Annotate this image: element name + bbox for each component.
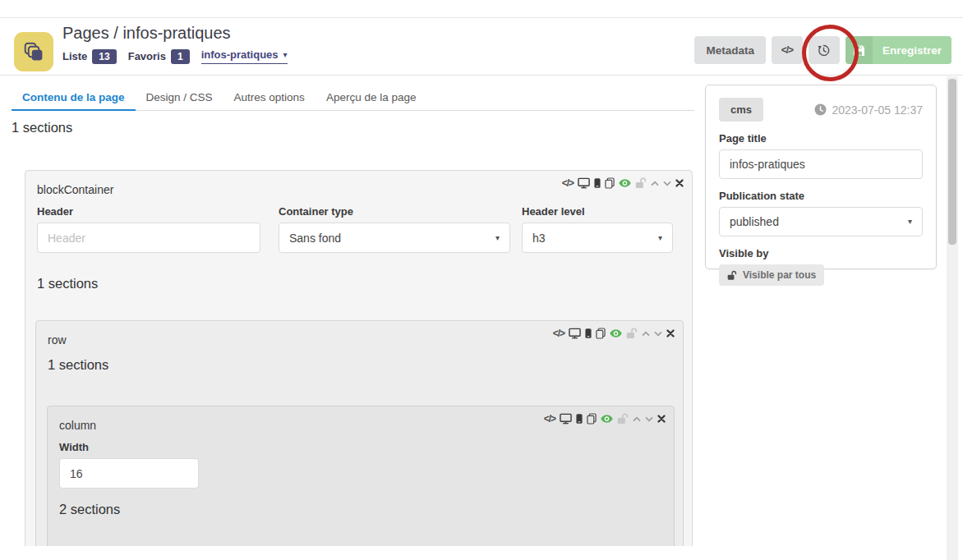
close-icon[interactable] (666, 329, 675, 337)
tab-design-css[interactable]: Design / CSS (136, 85, 223, 111)
breadcrumb: Liste 13 Favoris 1 infos-pratiques ▾ (62, 48, 288, 64)
tab-autres-options[interactable]: Autres options (223, 85, 316, 111)
container-type-dropdown[interactable]: Sans fond ▾ (279, 223, 510, 253)
chevron-up-icon[interactable] (642, 331, 650, 337)
favorites-count-badge[interactable]: 1 (171, 49, 190, 64)
copy-icon[interactable] (587, 413, 597, 425)
page-selector-dropdown[interactable]: infos-pratiques ▾ (201, 48, 288, 64)
desktop-icon[interactable] (560, 413, 572, 425)
header-level-field-group: Header level h3 ▾ (522, 205, 673, 253)
panel-column: column </> Width 2 sections (47, 406, 675, 546)
chevron-up-icon[interactable] (633, 416, 641, 422)
sections-count-heading: 1 sections (37, 276, 98, 291)
header-level-dropdown[interactable]: h3 ▾ (522, 223, 673, 253)
publication-state-label: Publication state (719, 190, 923, 202)
panel-title: blockContainer (37, 183, 113, 196)
save-button[interactable]: Enregistrer (846, 36, 951, 64)
cms-button[interactable]: cms (719, 98, 763, 122)
eye-icon[interactable] (601, 414, 613, 424)
page-title-input[interactable] (719, 149, 923, 179)
close-icon[interactable] (675, 179, 684, 187)
pages-stack-icon (23, 41, 45, 63)
unlock-icon[interactable] (626, 328, 638, 339)
panel-title: row (48, 333, 67, 347)
container-type-label: Container type (279, 205, 510, 218)
pages-app-icon (14, 32, 53, 71)
sections-count-heading: 1 sections (48, 357, 108, 373)
header-actions: Metadata </> Enregistrer (694, 36, 951, 64)
vertical-scrollbar[interactable] (947, 76, 958, 560)
copy-icon[interactable] (596, 328, 606, 339)
mobile-icon[interactable] (594, 177, 601, 189)
page-settings-card: cms 2023-07-05 12:37 Page title Publicat… (705, 85, 937, 269)
desktop-icon[interactable] (578, 177, 590, 189)
sections-count-heading: 1 sections (12, 120, 72, 135)
eye-icon[interactable] (610, 328, 622, 338)
code-view-button[interactable]: </> (772, 36, 803, 64)
tab-contenu-de-la-page[interactable]: Contenu de la page (12, 85, 136, 111)
panel-title: column (59, 419, 96, 432)
panel-block-container: blockContainer </> Header Container type… (25, 170, 693, 546)
close-icon[interactable] (657, 415, 666, 423)
header-field-label: Header (37, 205, 260, 218)
panel-toolbar: </> (544, 413, 666, 425)
copy-icon[interactable] (605, 177, 615, 189)
header-level-label: Header level (522, 205, 673, 218)
page-tabs: Contenu de la page Design / CSS Autres o… (12, 85, 694, 111)
publication-state-dropdown[interactable]: published ▾ (719, 207, 923, 236)
save-floppy-icon (853, 44, 865, 57)
list-label[interactable]: Liste (62, 50, 87, 62)
chevron-down-icon[interactable] (645, 416, 653, 422)
width-field-group: Width (59, 441, 199, 489)
chevron-down-icon: ▾ (908, 218, 912, 226)
code-icon[interactable]: </> (553, 328, 564, 339)
unlock-icon[interactable] (635, 177, 647, 189)
code-icon[interactable]: </> (562, 177, 574, 189)
save-button-label: Enregistrer (873, 36, 951, 64)
app-header: Pages / infos-pratiques Liste 13 Favoris… (0, 17, 963, 76)
history-icon (817, 44, 831, 57)
save-icon-area (846, 36, 873, 64)
sections-count-heading: 2 sections (59, 502, 120, 517)
visible-by-label: Visible by (719, 247, 923, 259)
tab-apercu-de-la-page[interactable]: Aperçu de la page (316, 85, 427, 111)
code-icon: </> (781, 44, 793, 56)
list-count-badge[interactable]: 13 (92, 49, 116, 64)
mobile-icon[interactable] (585, 328, 592, 339)
width-input[interactable] (59, 458, 199, 489)
card-top-row: cms 2023-07-05 12:37 (719, 98, 923, 122)
favorites-label[interactable]: Favoris (128, 50, 166, 62)
chevron-down-icon: ▾ (658, 234, 662, 242)
header-level-value: h3 (532, 232, 546, 245)
header-field-group: Header (37, 205, 260, 253)
chevron-down-icon: ▾ (283, 51, 288, 59)
unlock-icon (727, 270, 737, 281)
page-title-label: Page title (719, 132, 923, 145)
panel-toolbar: </> (553, 328, 675, 339)
header-input[interactable] (37, 223, 260, 253)
publication-state-value: published (730, 215, 779, 228)
history-button[interactable] (809, 36, 840, 64)
visible-by-badge-label: Visible par tous (743, 269, 816, 281)
unlock-icon[interactable] (617, 413, 629, 425)
eye-icon[interactable] (619, 178, 631, 188)
clock-icon (814, 103, 827, 116)
chevron-up-icon[interactable] (651, 181, 659, 186)
chevron-down-icon[interactable] (663, 181, 671, 186)
metadata-button[interactable]: Metadata (694, 36, 766, 64)
visible-by-badge[interactable]: Visible par tous (719, 264, 824, 286)
desktop-icon[interactable] (569, 328, 581, 339)
page-selector-value: infos-pratiques (201, 48, 279, 61)
panel-row: row </> 1 sections column </> (35, 320, 684, 546)
code-icon[interactable]: </> (544, 413, 555, 425)
last-modified-timestamp: 2023-07-05 12:37 (814, 103, 923, 117)
scrollbar-thumb[interactable] (948, 79, 956, 245)
page-title: Pages / infos-pratiques (62, 24, 231, 43)
panel-toolbar: </> (562, 177, 684, 189)
timestamp-value: 2023-07-05 12:37 (832, 103, 923, 117)
width-field-label: Width (59, 441, 199, 453)
container-type-field-group: Container type Sans fond ▾ (279, 205, 510, 253)
chevron-down-icon[interactable] (654, 331, 662, 337)
container-type-value: Sans fond (289, 232, 341, 245)
mobile-icon[interactable] (576, 413, 583, 425)
